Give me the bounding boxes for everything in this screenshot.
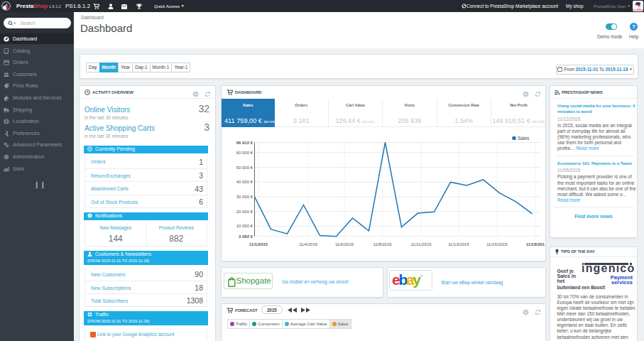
svg-text:30 000 €: 30 000 € [236,195,253,199]
svg-text:66 912 €: 66 912 € [236,141,253,145]
svg-text:50 000 €: 50 000 € [236,166,253,170]
svg-text:Sales: Sales [518,136,530,141]
svg-text:20 000 €: 20 000 € [236,210,253,214]
svg-text:11/18/201: 11/18/201 [526,242,545,247]
svg-text:3 082 €: 3 082 € [239,234,253,239]
svg-text:40 000 €: 40 000 € [236,180,253,184]
svg-text:10 000 €: 10 000 € [236,224,253,228]
svg-text:11/6/2015: 11/6/2015 [335,242,354,247]
svg-text:PrestaShop: PrestaShop [633,8,643,11]
svg-text:11/13/2015: 11/13/2015 [448,242,469,247]
svg-text:11/4/2015: 11/4/2015 [299,242,318,247]
svg-text:11/8/2015: 11/8/2015 [373,242,392,247]
svg-text:11/1/2015: 11/1/2015 [249,242,268,247]
svg-text:60 000 €: 60 000 € [236,151,253,155]
svg-text:11/15/2015: 11/15/2015 [486,242,508,247]
svg-text:11/11/2015: 11/11/2015 [410,242,432,247]
